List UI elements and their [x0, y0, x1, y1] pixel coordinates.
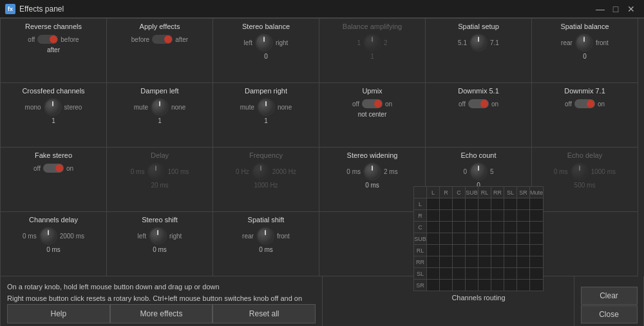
routing-cell-checkbox[interactable] [504, 256, 516, 268]
routing-cell-checkbox[interactable] [439, 210, 452, 222]
routing-cell-checkbox[interactable] [478, 268, 491, 280]
reset-all-button[interactable]: Reset all [213, 304, 316, 323]
close-button[interactable]: Close [581, 305, 638, 323]
routing-cell-checkbox[interactable] [516, 256, 529, 268]
routing-cell-checkbox[interactable] [516, 198, 529, 210]
routing-cell-checkbox[interactable] [478, 256, 491, 268]
routing-cell-checkbox[interactable] [439, 233, 452, 245]
dampen-left-knob[interactable] [151, 98, 169, 116]
routing-cell-checkbox[interactable] [529, 222, 543, 233]
echo-count-knob[interactable] [469, 162, 488, 180]
channels-delay-knob[interactable] [39, 227, 57, 245]
routing-cell-checkbox[interactable] [439, 280, 452, 291]
apply-effects-toggle[interactable] [152, 35, 173, 44]
routing-cell-checkbox[interactable] [426, 233, 439, 245]
routing-cell-checkbox[interactable] [426, 222, 439, 233]
fake-stereo-toggle[interactable] [43, 164, 64, 173]
routing-cell-checkbox[interactable] [478, 222, 491, 233]
frequency-knob[interactable] [252, 162, 270, 180]
routing-cell-checkbox[interactable] [504, 245, 516, 256]
routing-cell-checkbox[interactable] [465, 233, 478, 245]
routing-cell-checkbox[interactable] [491, 233, 504, 245]
routing-cell-checkbox[interactable] [491, 210, 504, 222]
clear-button[interactable]: Clear [581, 287, 638, 305]
routing-cell-checkbox[interactable] [516, 210, 529, 222]
routing-cell-checkbox[interactable] [426, 210, 439, 222]
routing-cell-checkbox[interactable] [465, 280, 478, 291]
routing-cell-checkbox[interactable] [504, 268, 516, 280]
routing-cell-checkbox[interactable] [491, 245, 504, 256]
routing-cell-checkbox[interactable] [465, 210, 478, 222]
routing-cell-checkbox[interactable] [439, 256, 452, 268]
routing-cell-checkbox[interactable] [439, 222, 452, 233]
spatial-balance-knob[interactable] [575, 34, 593, 52]
routing-cell-checkbox[interactable] [452, 233, 465, 245]
routing-cell-checkbox[interactable] [452, 210, 465, 222]
routing-cell-checkbox[interactable] [452, 222, 465, 233]
crossfeed-knob[interactable] [44, 98, 62, 116]
delay-knob[interactable] [147, 162, 165, 180]
routing-cell-checkbox[interactable] [478, 280, 491, 291]
dampen-right-knob[interactable] [257, 98, 275, 116]
routing-cell-checkbox[interactable] [426, 280, 439, 291]
stereo-widening-knob[interactable] [363, 162, 381, 180]
help-button[interactable]: Help [7, 304, 110, 323]
stereo-shift-knob[interactable] [149, 227, 167, 245]
routing-cell-checkbox[interactable] [529, 268, 543, 280]
minimize-button[interactable]: — [592, 3, 608, 15]
routing-cell-checkbox[interactable] [452, 268, 465, 280]
routing-cell-checkbox[interactable] [491, 198, 504, 210]
routing-cell-checkbox[interactable] [504, 198, 516, 210]
routing-cell-checkbox[interactable] [516, 222, 529, 233]
routing-cell-checkbox[interactable] [504, 210, 516, 222]
routing-cell-checkbox[interactable] [491, 280, 504, 291]
routing-cell-checkbox[interactable] [478, 198, 491, 210]
downmix51-toggle[interactable] [468, 99, 489, 108]
routing-cell-checkbox[interactable] [465, 268, 478, 280]
routing-cell-checkbox[interactable] [452, 280, 465, 291]
routing-cell-checkbox[interactable] [504, 222, 516, 233]
maximize-button[interactable]: □ [608, 3, 623, 15]
routing-cell-checkbox[interactable] [465, 256, 478, 268]
routing-cell-checkbox[interactable] [426, 256, 439, 268]
routing-cell-checkbox[interactable] [516, 268, 529, 280]
stereo-balance-knob[interactable] [255, 34, 273, 52]
spatial-shift-knob[interactable] [256, 227, 274, 245]
routing-cell-checkbox[interactable] [491, 256, 504, 268]
routing-cell-checkbox[interactable] [529, 210, 543, 222]
routing-cell-checkbox[interactable] [426, 268, 439, 280]
routing-cell-checkbox[interactable] [452, 198, 465, 210]
echo-delay-knob[interactable] [571, 162, 589, 180]
routing-cell-checkbox[interactable] [529, 280, 543, 291]
routing-cell-checkbox[interactable] [452, 256, 465, 268]
routing-cell-checkbox[interactable] [491, 222, 504, 233]
spatial-setup-knob[interactable] [469, 34, 488, 52]
routing-cell-checkbox[interactable] [426, 245, 439, 256]
routing-cell-checkbox[interactable] [426, 198, 439, 210]
routing-cell-checkbox[interactable] [439, 245, 452, 256]
routing-cell-checkbox[interactable] [516, 233, 529, 245]
reverse-channels-toggle[interactable] [37, 35, 58, 44]
routing-cell-checkbox[interactable] [504, 233, 516, 245]
more-effects-button[interactable]: More effects [110, 304, 213, 323]
routing-cell-checkbox[interactable] [452, 245, 465, 256]
routing-cell-checkbox[interactable] [516, 245, 529, 256]
routing-cell-checkbox[interactable] [529, 256, 543, 268]
window-close-button[interactable]: ✕ [623, 3, 639, 15]
upmix-toggle[interactable] [362, 99, 383, 108]
routing-cell-checkbox[interactable] [491, 268, 504, 280]
routing-cell-checkbox[interactable] [465, 245, 478, 256]
routing-cell-checkbox[interactable] [439, 268, 452, 280]
routing-cell-checkbox[interactable] [478, 210, 491, 222]
routing-cell-checkbox[interactable] [529, 245, 543, 256]
routing-cell-checkbox[interactable] [516, 280, 529, 291]
routing-cell-checkbox[interactable] [529, 233, 543, 245]
routing-cell-checkbox[interactable] [439, 198, 452, 210]
downmix71-toggle[interactable] [574, 99, 595, 108]
routing-cell-checkbox[interactable] [529, 198, 543, 210]
routing-cell-checkbox[interactable] [465, 198, 478, 210]
routing-cell-checkbox[interactable] [465, 222, 478, 233]
balance-amplifying-knob[interactable] [363, 34, 381, 52]
routing-cell-checkbox[interactable] [478, 245, 491, 256]
routing-cell-checkbox[interactable] [478, 233, 491, 245]
